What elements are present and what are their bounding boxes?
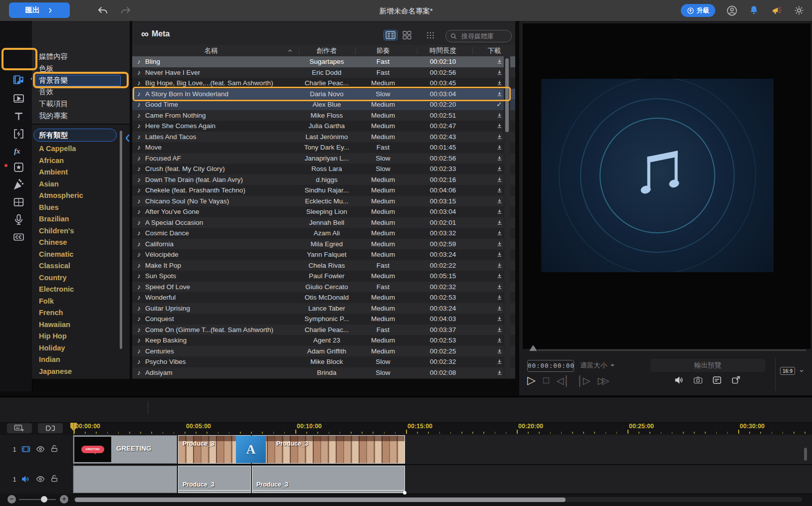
clip-trim-handle[interactable] <box>403 491 406 495</box>
table-scrollbar-thumb[interactable] <box>505 58 509 132</box>
category-item[interactable]: Children's <box>39 225 126 237</box>
track-row[interactable]: ♪WonderfulOtis McDonaldMedium00:02:53 <box>132 292 515 303</box>
track-row[interactable]: ♪Big Hope, Big Love,...(feat. Sam Ashwor… <box>132 78 515 89</box>
track-row[interactable]: ♪Good TimeAlex BlueMedium00:02:20✓ <box>132 99 515 110</box>
display-settings-button[interactable] <box>712 375 722 385</box>
greeting-clip-lower[interactable] <box>73 466 177 493</box>
category-scrollbar[interactable] <box>120 131 122 349</box>
search-input[interactable] <box>460 32 502 40</box>
category-item[interactable]: Ambient <box>39 167 126 178</box>
track-row[interactable]: ♪After You've GoneSleeping LionMedium00:… <box>132 206 515 217</box>
nav-item[interactable]: 色板 <box>39 63 121 75</box>
nav-item[interactable]: 音效 <box>39 86 121 98</box>
nav-item[interactable]: 背景音樂 <box>35 75 121 87</box>
nav-item[interactable]: 下載項目 <box>39 98 121 110</box>
track-row[interactable]: ♪Chicano Soul (No Te Vayas)Ecklectic Mu.… <box>132 196 515 207</box>
track-visibility-toggle[interactable] <box>35 444 45 454</box>
track-row[interactable]: ♪CaliforniaMila EgredMedium00:02:59 <box>132 239 515 250</box>
track-row[interactable]: ♪BlingSugartapesFast00:02:10 <box>132 56 515 67</box>
category-item[interactable]: Japanese <box>39 366 126 378</box>
greeting-title-clip[interactable]: GREETING GREETING <box>73 435 177 464</box>
track-row[interactable]: ♪Cosmic DanceAzam AliMedium00:03:32 <box>132 228 515 239</box>
sidebar-item-voiceover[interactable] <box>12 213 25 226</box>
aspect-ratio-selector[interactable]: 16:9 <box>780 367 805 375</box>
track-lock-toggle[interactable] <box>50 444 60 454</box>
category-item[interactable]: Asian <box>39 178 126 190</box>
sidebar-item-elements[interactable] <box>12 178 25 191</box>
track-row[interactable]: ♪ConquestSymphonic P...Medium00:04:03 <box>132 314 515 325</box>
panel-collapse-button[interactable] <box>124 133 132 144</box>
video-clip[interactable]: Produce_3 <box>252 435 405 464</box>
track-row[interactable]: ♪Focused AFJanapriyan L...Slow00:02:56 <box>132 153 515 164</box>
track-row[interactable]: ♪Keep BaskingAgent 23Medium00:02:53 <box>132 335 515 346</box>
detach-preview-button[interactable] <box>731 375 741 385</box>
stop-button[interactable]: □ <box>543 375 549 386</box>
category-item[interactable]: Hawaiian <box>39 319 126 331</box>
track-row[interactable]: ♪Make It PopChela RivasFast00:02:22 <box>132 260 515 271</box>
track-row[interactable]: ♪Here She Comes AgainJulia GarthaMedium0… <box>132 121 515 132</box>
track-lock-toggle[interactable] <box>50 474 60 484</box>
zoom-in-button[interactable]: + <box>60 495 68 504</box>
column-artist[interactable]: 創作者 <box>289 46 364 55</box>
timeline-hscrollbar-track[interactable] <box>74 497 802 502</box>
previous-frame-button[interactable]: ◁│ <box>556 375 570 386</box>
track-row[interactable]: ♪Psycho VibesMike BlockSlow00:02:32 <box>132 356 515 367</box>
track-row[interactable]: ♪Lattes And TacosLast JerónimoMedium00:0… <box>132 132 515 143</box>
search-box[interactable] <box>445 30 512 42</box>
column-name[interactable]: 名稱 <box>171 46 251 55</box>
mute-button[interactable] <box>674 375 684 385</box>
zoom-slider-track[interactable] <box>19 499 56 500</box>
account-button[interactable] <box>726 5 738 16</box>
seek-bar[interactable] <box>538 349 806 351</box>
category-item[interactable]: Classical <box>39 260 126 272</box>
sidebar-item-text[interactable] <box>12 110 25 123</box>
seek-handle[interactable] <box>529 345 537 351</box>
track-row[interactable]: ♪Speed Of LoveGiulio CercatoFast00:02:32 <box>132 282 515 293</box>
zoom-slider-thumb[interactable] <box>41 496 47 503</box>
sidebar-item-plugins[interactable] <box>12 161 25 173</box>
grid-view-button[interactable] <box>402 30 414 40</box>
nav-item[interactable]: 我的專案 <box>39 110 121 122</box>
category-item[interactable]: Holiday <box>39 342 126 354</box>
track-row[interactable]: ♪MoveTony Dark Ey...Fast00:01:45 <box>132 142 515 153</box>
category-item[interactable]: Country <box>39 272 126 284</box>
category-item[interactable]: Cinematic <box>39 249 126 261</box>
audio-clip[interactable]: Produce_3 <box>252 466 405 493</box>
timeline-hscrollbar-thumb[interactable] <box>75 498 566 502</box>
category-item[interactable]: 所有類型 <box>33 129 117 142</box>
category-item[interactable]: A Cappella <box>39 143 126 155</box>
sidebar-item-captions[interactable] <box>12 231 25 243</box>
category-item[interactable]: Hip Hop <box>39 331 126 342</box>
timeline-vscrollbar-thumb[interactable] <box>804 448 807 461</box>
track-row[interactable]: ♪Down The Drain (feat. Alan Avry)d.higgs… <box>132 174 515 185</box>
sidebar-item-media[interactable] <box>12 74 25 86</box>
category-item[interactable]: Folk <box>39 296 126 308</box>
track-row[interactable]: ♪Came From NothingMike FlossMedium00:02:… <box>132 110 515 121</box>
settings-button[interactable] <box>794 5 805 16</box>
track-row[interactable]: ♪Chekele (feat. Prashanth Techno)Sindhu … <box>132 185 515 196</box>
track-row[interactable]: ♪Guitar UprisingLance TaberMedium00:03:2… <box>132 303 515 314</box>
next-frame-button[interactable]: │▷ <box>577 375 591 386</box>
category-item[interactable]: Brazilian <box>39 213 126 225</box>
column-duration[interactable]: 時間長度 <box>418 46 468 55</box>
render-preview-button[interactable]: 輸出預覽 <box>650 359 765 372</box>
category-item[interactable]: Indian <box>39 354 126 366</box>
audio-clip[interactable]: Produce_3 <box>178 466 251 493</box>
track-row[interactable]: ♪Never Have I EverEric DoddFast00:02:56 <box>132 67 515 78</box>
column-download[interactable]: 下載 <box>479 46 509 55</box>
category-item[interactable]: Electronic <box>39 284 126 296</box>
sidebar-item-transitions[interactable] <box>12 128 25 140</box>
apps-grid-button[interactable] <box>425 30 438 40</box>
list-view-button[interactable] <box>384 30 397 40</box>
notifications-button[interactable] <box>749 5 760 16</box>
category-item[interactable]: Blues <box>39 202 126 214</box>
category-item[interactable]: African <box>39 155 126 167</box>
track-row[interactable]: ♪A Special OccasionJennah BellMedium00:0… <box>132 217 515 228</box>
sidebar-item-stock[interactable] <box>12 92 25 105</box>
track-row[interactable]: ♪CenturiesAdam GriffithMedium00:02:25 <box>132 346 515 357</box>
track-row[interactable]: ♪AdisiyamBrindaSlow00:02:08 <box>132 367 515 378</box>
transition-thumbnail[interactable]: A <box>236 436 266 463</box>
volume-line[interactable] <box>252 490 405 491</box>
track-row[interactable]: ♪Crush (feat. My City Glory)Ross LaraSlo… <box>132 164 515 174</box>
fast-forward-button[interactable]: ▷▷ <box>598 375 606 386</box>
